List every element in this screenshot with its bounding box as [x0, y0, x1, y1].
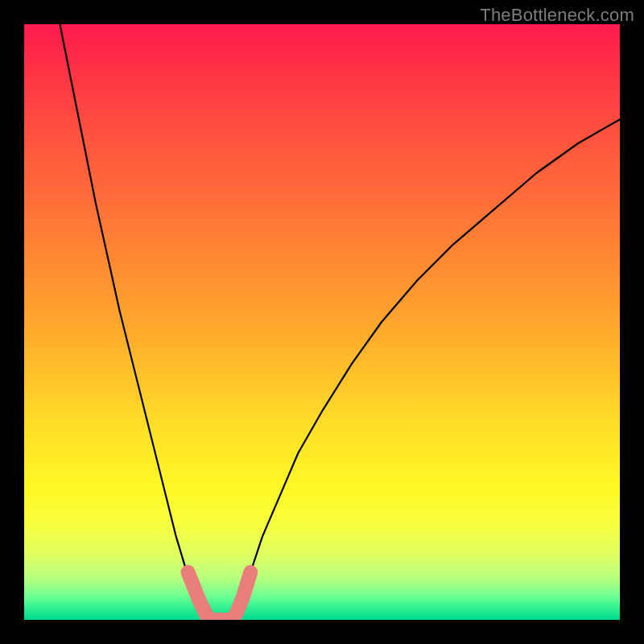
series-highlight-right	[233, 572, 250, 620]
chart-frame: TheBottleneck.com	[0, 0, 644, 644]
chart-svg	[24, 24, 620, 620]
series-right-branch	[233, 119, 620, 620]
series-left-branch	[60, 24, 208, 620]
watermark-text: TheBottleneck.com	[480, 5, 634, 26]
series-highlight-left	[188, 572, 209, 620]
plot-area	[24, 24, 620, 620]
